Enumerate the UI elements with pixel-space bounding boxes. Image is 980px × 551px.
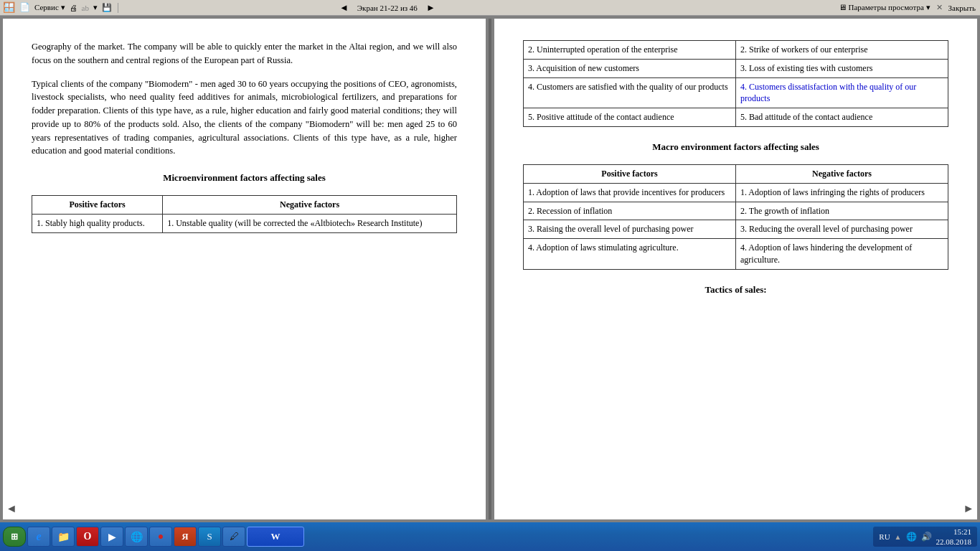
main-area: ◄ Geography of the market. The company w… — [0, 16, 980, 522]
toolbar-icon4: ab — [82, 4, 89, 12]
page-info: Экран 21-22 из 46 — [357, 4, 418, 12]
right-t1-r2-c2: 3. Loss of existing ties with customers — [736, 59, 948, 77]
right-heading2: Tactics of sales: — [523, 284, 948, 296]
table-row: 4. Customers are satisfied with the qual… — [524, 77, 948, 108]
toolbar-icon6: 💾 — [102, 3, 112, 12]
right-t2-r1-c2: 1. Adoption of laws infringing the right… — [736, 183, 948, 202]
right-t2-header-negative: Negative factors — [736, 164, 948, 183]
left-paragraph2: Typical clients of the company "Biomoder… — [32, 77, 457, 159]
right-table1: 2. Uninterrupted operation of the enterp… — [523, 40, 948, 127]
table-row: 4. Adoption of laws stimulating agricult… — [524, 239, 948, 270]
view-params[interactable]: 🖥 Параметры просмотра ▾ — [839, 3, 930, 12]
toolbar-icon5: ▾ — [93, 3, 98, 12]
table-row: 1. Stably high quality products. 1. Unst… — [32, 214, 457, 232]
right-t1-r1-c1: 2. Uninterrupted operation of the enterp… — [524, 41, 736, 60]
table-row: 3. Raising the overall level of purchasi… — [524, 220, 948, 239]
nav-left-arrow[interactable]: ◄ — [339, 2, 349, 14]
toolbar-icon3: 🖨 — [70, 4, 77, 12]
table-row: 3. Acquisition of new customers 3. Loss … — [524, 59, 948, 77]
left-heading: Microenvironment factors affecting sales — [32, 172, 457, 184]
table-row: 5. Positive attitude of the contact audi… — [524, 108, 948, 127]
toolbar: 🪟 📄 Сервис ▾ 🖨 ab ▾ 💾 ◄ Экран 21-22 из 4… — [0, 0, 980, 16]
left-paragraph1: Geography of the market. The company wil… — [32, 40, 457, 67]
separator1 — [118, 3, 118, 13]
table-row: 2. Recession of inflation 2. The growth … — [524, 202, 948, 220]
left-table-cell-1-1: 1. Stably high quality products. — [32, 214, 163, 232]
nav-right-arrow[interactable]: ► — [426, 2, 435, 14]
page-divider — [489, 19, 491, 519]
view-params-icon: 🖥 — [839, 3, 847, 11]
right-t2-r3-c2: 3. Reducing the overall level of purchas… — [736, 220, 948, 239]
close-button[interactable]: Закрыть — [948, 4, 976, 12]
page-scroll-right[interactable]: ► — [963, 502, 974, 515]
left-table: Positive factors Negative factors 1. Sta… — [32, 195, 457, 233]
table-row: 2. Uninterrupted operation of the enterp… — [524, 41, 948, 60]
service-menu[interactable]: Сервис ▾ — [34, 3, 65, 12]
right-table2: Positive factors Negative factors 1. Ado… — [523, 164, 948, 270]
right-heading1: Macro environment factors affecting sale… — [523, 141, 948, 153]
right-t2-r1-c1: 1. Adoption of laws that provide incenti… — [524, 183, 736, 202]
page-scroll-left[interactable]: ◄ — [6, 502, 17, 515]
left-table-header-positive: Positive factors — [32, 196, 163, 215]
right-t1-r1-c2: 2. Strike of workers of our enterprise — [736, 41, 948, 60]
windows-icon: 🪟 — [3, 1, 15, 14]
page-left: ◄ Geography of the market. The company w… — [3, 19, 486, 519]
right-t2-r3-c1: 3. Raising the overall level of purchasi… — [524, 220, 736, 239]
page-right: 2. Uninterrupted operation of the enterp… — [494, 19, 977, 519]
close-x: ✕ — [936, 3, 943, 12]
right-t1-r3-c1: 4. Customers are satisfied with the qual… — [524, 77, 736, 108]
right-t1-r2-c1: 3. Acquisition of new customers — [524, 59, 736, 77]
left-table-header-negative: Negative factors — [163, 196, 457, 215]
right-t1-r3-c2: 4. Customers dissatisfaction with the qu… — [736, 77, 948, 108]
right-t1-r4-c1: 5. Positive attitude of the contact audi… — [524, 108, 736, 127]
toolbar-icon2: 📄 — [19, 2, 30, 13]
right-t2-r2-c2: 2. The growth of inflation — [736, 202, 948, 220]
right-t2-r2-c1: 2. Recession of inflation — [524, 202, 736, 220]
right-t1-r4-c2: 5. Bad attitude of the contact audience — [736, 108, 948, 127]
right-t2-r4-c1: 4. Adoption of laws stimulating agricult… — [524, 239, 736, 270]
left-table-cell-1-2: 1. Unstable quality (will be corrected t… — [163, 214, 457, 232]
table-row: 1. Adoption of laws that provide incenti… — [524, 183, 948, 202]
right-t2-header-positive: Positive factors — [524, 164, 736, 183]
right-t2-r4-c2: 4. Adoption of laws hindering the develo… — [736, 239, 948, 270]
